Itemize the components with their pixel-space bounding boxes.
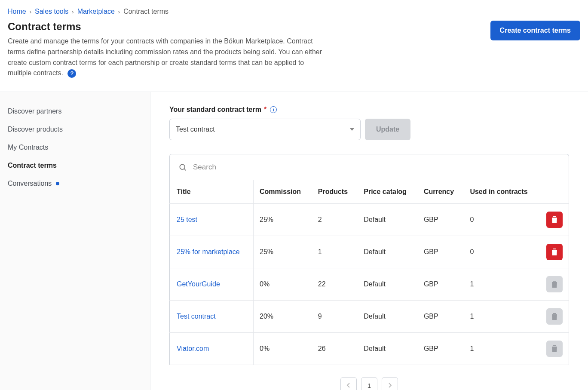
- cell-used: 1: [464, 268, 540, 301]
- sidebar-item-discover-products[interactable]: Discover products: [0, 120, 150, 138]
- col-products: Products: [312, 180, 358, 204]
- contract-title-link[interactable]: Test contract: [177, 313, 216, 320]
- cell-products: 1: [312, 236, 358, 268]
- table-row: GetYourGuide0%22DefaultGBP1: [170, 268, 569, 301]
- sidebar-item-label: My Contracts: [8, 144, 48, 151]
- search-icon: [178, 163, 187, 172]
- trash-icon: [551, 313, 558, 320]
- trash-icon: [551, 248, 558, 256]
- trash-icon: [551, 280, 558, 288]
- cell-products: 2: [312, 204, 358, 236]
- trash-icon: [551, 345, 558, 353]
- col-commission: Commission: [254, 180, 312, 204]
- notification-dot-icon: [56, 182, 59, 185]
- standard-contract-select[interactable]: Test contract: [169, 119, 361, 140]
- breadcrumb-current: Contract terms: [123, 8, 168, 15]
- cell-commission: 0%: [254, 268, 312, 301]
- sidebar-item-my-contracts[interactable]: My Contracts: [0, 138, 150, 157]
- cell-products: 9: [312, 301, 358, 333]
- cell-used: 1: [464, 333, 540, 365]
- cell-currency: GBP: [418, 301, 464, 333]
- col-used: Used in contracts: [464, 180, 540, 204]
- page-title: Contract terms: [8, 21, 326, 33]
- breadcrumb: Home › Sales tools › Marketplace › Contr…: [8, 8, 580, 15]
- sidebar-item-contract-terms[interactable]: Contract terms: [0, 157, 150, 175]
- table-row: Test contract20%9DefaultGBP1: [170, 301, 569, 333]
- delete-button[interactable]: [546, 244, 563, 260]
- sidebar-item-discover-partners[interactable]: Discover partners: [0, 102, 150, 120]
- col-title: Title: [170, 180, 254, 204]
- search-input[interactable]: [193, 163, 560, 172]
- chevron-right-icon: ›: [72, 9, 74, 15]
- sidebar-item-label: Contract terms: [8, 162, 57, 169]
- cell-currency: GBP: [418, 268, 464, 301]
- create-contract-terms-button[interactable]: Create contract terms: [490, 21, 580, 40]
- breadcrumb-marketplace[interactable]: Marketplace: [77, 8, 115, 15]
- svg-line-1: [184, 169, 186, 170]
- contract-title-link[interactable]: 25% for marketplace: [177, 248, 240, 255]
- page-description: Create and manage the terms for your con…: [8, 36, 326, 79]
- chevron-left-icon: [346, 383, 351, 388]
- cell-catalog: Default: [358, 236, 418, 268]
- contract-title-link[interactable]: GetYourGuide: [177, 280, 220, 288]
- contract-title-link[interactable]: Viator.com: [177, 345, 209, 352]
- delete-button: [546, 276, 563, 292]
- cell-currency: GBP: [418, 333, 464, 365]
- cell-currency: GBP: [418, 236, 464, 268]
- delete-button: [546, 341, 563, 357]
- cell-products: 22: [312, 268, 358, 301]
- pagination: 1: [169, 377, 569, 390]
- contract-title-link[interactable]: 25 test: [177, 216, 197, 223]
- cell-catalog: Default: [358, 268, 418, 301]
- select-value: Test contract: [176, 126, 215, 133]
- sidebar-item-label: Conversations: [8, 180, 52, 187]
- sidebar-item-label: Discover products: [8, 126, 63, 133]
- search-box[interactable]: [169, 154, 569, 180]
- cell-commission: 25%: [254, 204, 312, 236]
- chevron-down-icon: [350, 128, 354, 131]
- help-icon[interactable]: ?: [67, 69, 76, 78]
- cell-products: 26: [312, 333, 358, 365]
- table-row: 25% for marketplace25%1DefaultGBP0: [170, 236, 569, 268]
- sidebar-item-conversations[interactable]: Conversations: [0, 175, 150, 193]
- table-row: Viator.com0%26DefaultGBP1: [170, 333, 569, 365]
- trash-icon: [551, 216, 558, 224]
- info-icon[interactable]: i: [270, 106, 277, 113]
- update-button: Update: [365, 119, 410, 140]
- main-content: Your standard contract term* i Test cont…: [150, 92, 588, 390]
- col-actions: [540, 180, 569, 204]
- sidebar: Discover partnersDiscover productsMy Con…: [0, 92, 150, 390]
- pager-prev[interactable]: [340, 377, 357, 390]
- cell-catalog: Default: [358, 204, 418, 236]
- cell-used: 0: [464, 204, 540, 236]
- breadcrumb-home[interactable]: Home: [8, 8, 26, 15]
- cell-commission: 0%: [254, 333, 312, 365]
- chevron-right-icon: ›: [30, 9, 31, 15]
- cell-used: 1: [464, 301, 540, 333]
- standard-contract-label: Your standard contract term* i: [169, 106, 569, 114]
- sidebar-item-label: Discover partners: [8, 107, 61, 115]
- contract-terms-table: Title Commission Products Price catalog …: [169, 180, 569, 365]
- chevron-right-icon: ›: [118, 9, 120, 15]
- breadcrumb-sales-tools[interactable]: Sales tools: [35, 8, 68, 15]
- cell-used: 0: [464, 236, 540, 268]
- cell-commission: 25%: [254, 236, 312, 268]
- table-row: 25 test25%2DefaultGBP0: [170, 204, 569, 236]
- cell-catalog: Default: [358, 333, 418, 365]
- cell-currency: GBP: [418, 204, 464, 236]
- cell-catalog: Default: [358, 301, 418, 333]
- col-currency: Currency: [418, 180, 464, 204]
- cell-commission: 20%: [254, 301, 312, 333]
- col-price-catalog: Price catalog: [358, 180, 418, 204]
- pager-page-1[interactable]: 1: [361, 377, 377, 390]
- svg-point-0: [180, 164, 185, 169]
- chevron-right-icon: [388, 383, 392, 388]
- delete-button: [546, 308, 563, 325]
- delete-button[interactable]: [546, 212, 563, 228]
- pager-next[interactable]: [382, 377, 398, 390]
